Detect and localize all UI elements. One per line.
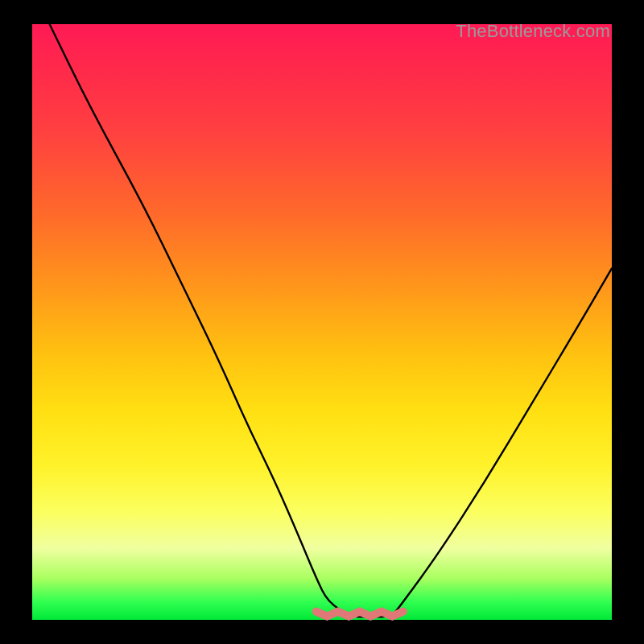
chart-frame: TheBottleneck.com bbox=[0, 0, 644, 644]
flat-bottom-accent bbox=[316, 612, 403, 617]
watermark-text: TheBottleneck.com bbox=[456, 21, 610, 42]
curve-layer bbox=[32, 24, 612, 620]
bottleneck-curve bbox=[50, 24, 612, 617]
plot-area bbox=[32, 24, 612, 620]
